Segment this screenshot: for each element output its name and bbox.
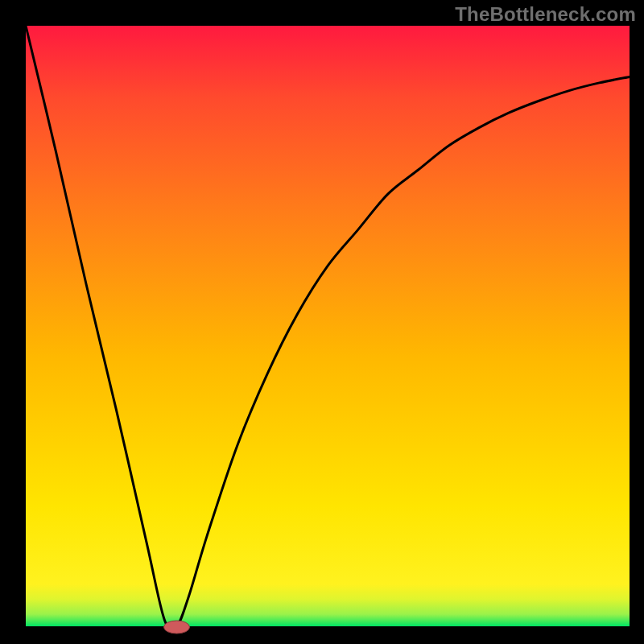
watermark-text: TheBottleneck.com	[455, 3, 636, 26]
plot-background	[26, 26, 630, 626]
chart-container: { "watermark": "TheBottleneck.com", "col…	[0, 0, 644, 644]
chart-svg	[0, 0, 644, 644]
optimum-marker	[164, 621, 190, 634]
